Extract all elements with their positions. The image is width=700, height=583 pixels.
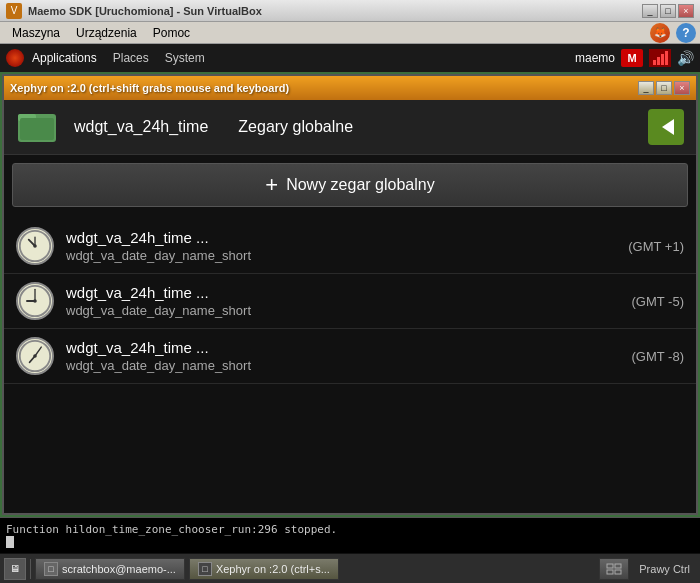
clock-details-0: wdgt_va_date_day_name_short (66, 248, 616, 263)
clock-gmt-1: (GMT -5) (632, 294, 684, 309)
places-button[interactable]: Places (107, 49, 155, 67)
clock-item-2[interactable]: wdgt_va_24h_time ... wdgt_va_date_day_na… (4, 329, 696, 384)
maemo-content: wdgt_va_24h_time Zegary globalne + Nowy … (4, 100, 696, 513)
scratchbox-label: scratchbox@maemo-... (62, 563, 176, 575)
xephyr-window: Xephyr on :2.0 (ctrl+shift grabs mouse a… (2, 74, 698, 515)
header-title-2: Zegary globalne (238, 118, 353, 136)
clock-info-0: wdgt_va_24h_time ... wdgt_va_date_day_na… (66, 229, 616, 263)
scratchbox-button[interactable]: □ scratchbox@maemo-... (35, 558, 185, 580)
clock-list: wdgt_va_24h_time ... wdgt_va_date_day_na… (4, 215, 696, 513)
clock-name-1: wdgt_va_24h_time ... (66, 284, 620, 301)
empty-area (4, 384, 696, 444)
prawy-ctrl-label: Prawy Ctrl (633, 561, 696, 577)
xephyr-taskbar-label: Xephyr on :2.0 (ctrl+s... (216, 563, 330, 575)
vbox-icon: V (6, 3, 22, 19)
folder-icon (16, 106, 58, 148)
add-button-label: Nowy zegar globalny (286, 176, 435, 194)
maemo-logo-icon (6, 49, 24, 67)
clock-item-0[interactable]: wdgt_va_24h_time ... wdgt_va_date_day_na… (4, 219, 696, 274)
taskbar-right: Prawy Ctrl (599, 558, 696, 580)
vbox-title: Maemo SDK [Uruchomiona] - Sun VirtualBox (28, 5, 262, 17)
terminal-line-1: Function hildon_time_zone_chooser_run:29… (6, 523, 694, 536)
vbox-menubar: Maszyna Urządzenia Pomoc 🦊 ? (0, 22, 700, 44)
back-button[interactable] (648, 109, 684, 145)
svg-point-11 (33, 244, 37, 248)
clock-face-0 (16, 227, 54, 265)
maemo-header: wdgt_va_24h_time Zegary globalne (4, 100, 696, 155)
svg-point-15 (33, 299, 37, 303)
svg-rect-2 (661, 54, 664, 65)
taskbar-sep-1 (30, 559, 31, 579)
xephyr-title-buttons: _ □ × (638, 81, 690, 95)
svg-marker-7 (662, 119, 674, 135)
vbox-close-btn[interactable]: × (678, 4, 694, 18)
svg-point-19 (33, 354, 37, 358)
system-button[interactable]: System (159, 49, 211, 67)
plus-icon: + (265, 172, 278, 198)
clock-item-1[interactable]: wdgt_va_24h_time ... wdgt_va_date_day_na… (4, 274, 696, 329)
firefox-icon[interactable]: 🦊 (650, 23, 670, 43)
clock-gmt-2: (GMT -8) (632, 349, 684, 364)
xephyr-titlebar: Xephyr on :2.0 (ctrl+shift grabs mouse a… (4, 76, 696, 100)
xephyr-maximize-btn[interactable]: □ (656, 81, 672, 95)
clock-info-1: wdgt_va_24h_time ... wdgt_va_date_day_na… (66, 284, 620, 318)
maemo-topbar: Applications Places System maemo M 🔊 (0, 44, 700, 72)
clock-name-2: wdgt_va_24h_time ... (66, 339, 620, 356)
maemo-nav: Places System (107, 49, 211, 67)
maemo-username: maemo (575, 51, 615, 65)
header-titles: wdgt_va_24h_time Zegary globalne (74, 118, 632, 136)
volume-icon: 🔊 (677, 50, 694, 66)
clock-face-2 (16, 337, 54, 375)
xephyr-close-btn[interactable]: × (674, 81, 690, 95)
svg-rect-0 (653, 60, 656, 65)
svg-rect-23 (615, 570, 621, 574)
menu-urzadzenia[interactable]: Urządzenia (68, 24, 145, 42)
taskbar-vm-icon[interactable]: 🖥 (4, 558, 26, 580)
maemo-m-icon: M (621, 49, 643, 67)
xephyr-taskbar-button[interactable]: □ Xephyr on :2.0 (ctrl+s... (189, 558, 339, 580)
vbox-minimize-btn[interactable]: _ (642, 4, 658, 18)
svg-rect-3 (665, 51, 668, 65)
desktop-area: Xephyr on :2.0 (ctrl+shift grabs mouse a… (0, 72, 700, 517)
svg-rect-21 (615, 564, 621, 568)
add-clock-button[interactable]: + Nowy zegar globalny (12, 163, 688, 207)
clock-details-2: wdgt_va_date_day_name_short (66, 358, 620, 373)
clock-face-1 (16, 282, 54, 320)
network-icon (649, 49, 671, 67)
svg-rect-6 (20, 118, 54, 140)
clock-info-2: wdgt_va_24h_time ... wdgt_va_date_day_na… (66, 339, 620, 373)
vbox-title-buttons: _ □ × (642, 4, 694, 18)
menu-maszyna[interactable]: Maszyna (4, 24, 68, 42)
bottom-taskbar: 🖥 □ scratchbox@maemo-... □ Xephyr on :2.… (0, 553, 700, 583)
svg-rect-1 (657, 57, 660, 65)
xephyr-minimize-btn[interactable]: _ (638, 81, 654, 95)
terminal-output: Function hildon_time_zone_chooser_run:29… (0, 517, 700, 553)
maemo-right-panel: maemo M 🔊 (575, 49, 694, 67)
svg-rect-20 (607, 564, 613, 568)
xephyr-title: Xephyr on :2.0 (ctrl+shift grabs mouse a… (10, 82, 289, 94)
resize-area-icon (599, 558, 629, 580)
terminal-cursor-line (6, 536, 694, 548)
menu-pomoc[interactable]: Pomoc (145, 24, 198, 42)
scratchbox-icon: □ (44, 562, 58, 576)
clock-gmt-0: (GMT +1) (628, 239, 684, 254)
help-icon[interactable]: ? (676, 23, 696, 43)
clock-details-1: wdgt_va_date_day_name_short (66, 303, 620, 318)
vbox-maximize-btn[interactable]: □ (660, 4, 676, 18)
virtualbox-window: V Maemo SDK [Uruchomiona] - Sun VirtualB… (0, 0, 700, 583)
terminal-cursor (6, 536, 14, 548)
svg-rect-22 (607, 570, 613, 574)
header-title-1: wdgt_va_24h_time (74, 118, 208, 136)
applications-button[interactable]: Applications (26, 49, 103, 67)
xephyr-taskbar-icon: □ (198, 562, 212, 576)
clock-name-0: wdgt_va_24h_time ... (66, 229, 616, 246)
vbox-titlebar: V Maemo SDK [Uruchomiona] - Sun VirtualB… (0, 0, 700, 22)
